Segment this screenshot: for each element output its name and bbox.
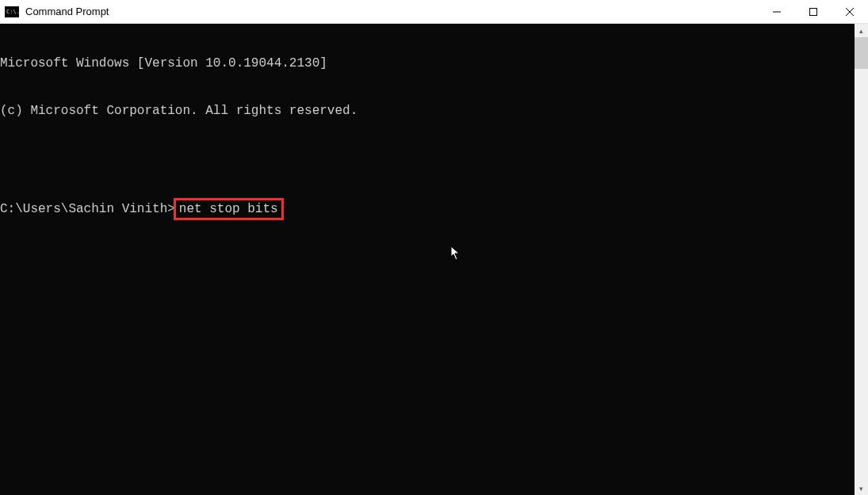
cmd-icon-text: C:\. [6,9,20,15]
command-text: net stop bits [179,202,278,216]
mouse-cursor-icon [404,230,461,282]
highlighted-command: net stop bits [174,198,284,220]
svg-rect-1 [810,8,817,15]
cmd-icon: C:\. [5,6,19,17]
copyright-line: (c) Microsoft Corporation. All rights re… [0,103,855,119]
vertical-scrollbar[interactable]: ▴ ▾ [855,24,868,495]
window-controls [759,0,868,23]
minimize-icon [773,8,781,16]
prompt-path: C:\Users\Sachin Vinith> [0,201,175,217]
client-area: Microsoft Windows [Version 10.0.19044.21… [0,24,868,495]
window-title: Command Prompt [25,6,759,17]
terminal-output[interactable]: Microsoft Windows [Version 10.0.19044.21… [0,24,855,495]
maximize-button[interactable] [795,0,832,23]
close-button[interactable] [832,0,868,23]
chevron-down-icon: ▾ [859,485,863,493]
titlebar: C:\. Command Prompt [0,0,868,24]
scroll-track[interactable] [855,37,868,482]
minimize-button[interactable] [759,0,795,23]
version-line: Microsoft Windows [Version 10.0.19044.21… [0,55,855,71]
chevron-up-icon: ▴ [859,27,863,35]
maximize-icon [809,8,817,16]
blank-line [0,150,855,166]
scroll-down-button[interactable]: ▾ [855,482,868,495]
prompt-line: C:\Users\Sachin Vinith>net stop bits [0,198,855,220]
scroll-thumb[interactable] [855,37,868,69]
close-icon [846,8,854,16]
scroll-up-button[interactable]: ▴ [855,24,868,37]
